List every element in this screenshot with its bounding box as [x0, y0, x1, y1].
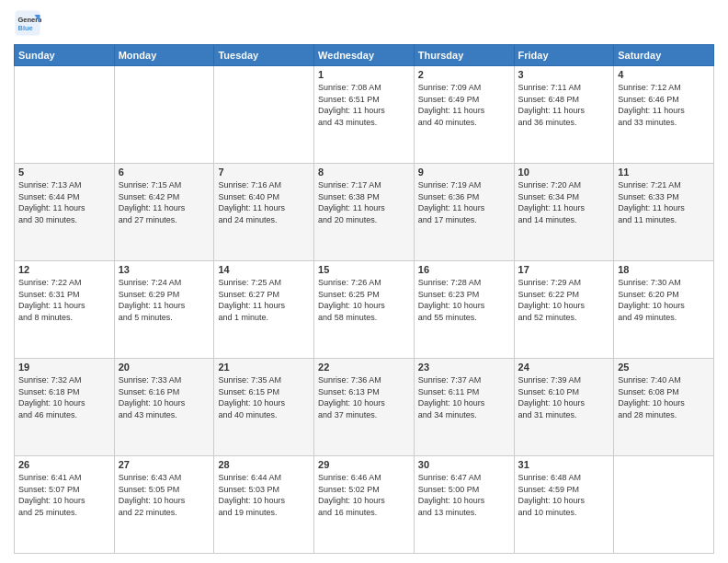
day-number: 9 — [418, 167, 510, 178]
day-number: 31 — [518, 459, 610, 470]
day-number: 7 — [218, 167, 310, 178]
calendar-cell: 10Sunrise: 7:20 AM Sunset: 6:34 PM Dayli… — [514, 164, 614, 261]
day-info: Sunrise: 7:35 AM Sunset: 6:15 PM Dayligh… — [218, 374, 310, 420]
calendar-cell: 22Sunrise: 7:36 AM Sunset: 6:13 PM Dayli… — [314, 359, 415, 456]
day-number: 5 — [18, 167, 110, 178]
day-number: 25 — [618, 362, 710, 373]
logo: General Blue — [14, 9, 45, 37]
day-info: Sunrise: 7:22 AM Sunset: 6:31 PM Dayligh… — [18, 277, 110, 323]
day-info: Sunrise: 7:25 AM Sunset: 6:27 PM Dayligh… — [218, 277, 310, 323]
logo-icon: General Blue — [14, 9, 41, 37]
svg-text:Blue: Blue — [18, 24, 33, 32]
calendar-cell: 2Sunrise: 7:09 AM Sunset: 6:49 PM Daylig… — [414, 66, 514, 164]
day-info: Sunrise: 7:39 AM Sunset: 6:10 PM Dayligh… — [518, 374, 610, 420]
calendar-cell: 23Sunrise: 7:37 AM Sunset: 6:11 PM Dayli… — [414, 359, 514, 456]
calendar-cell: 29Sunrise: 6:46 AM Sunset: 5:02 PM Dayli… — [314, 456, 415, 554]
calendar-cell: 13Sunrise: 7:24 AM Sunset: 6:29 PM Dayli… — [114, 261, 214, 359]
calendar-cell: 28Sunrise: 6:44 AM Sunset: 5:03 PM Dayli… — [214, 456, 314, 554]
calendar-cell: 5Sunrise: 7:13 AM Sunset: 6:44 PM Daylig… — [15, 164, 115, 261]
calendar-cell: 3Sunrise: 7:11 AM Sunset: 6:48 PM Daylig… — [514, 66, 614, 164]
calendar-cell: 6Sunrise: 7:15 AM Sunset: 6:42 PM Daylig… — [114, 164, 214, 261]
day-info: Sunrise: 7:20 AM Sunset: 6:34 PM Dayligh… — [518, 179, 610, 225]
calendar-week-1: 1Sunrise: 7:08 AM Sunset: 6:51 PM Daylig… — [15, 66, 714, 164]
day-info: Sunrise: 7:19 AM Sunset: 6:36 PM Dayligh… — [418, 179, 510, 225]
calendar-cell — [15, 66, 115, 164]
calendar-cell: 4Sunrise: 7:12 AM Sunset: 6:46 PM Daylig… — [614, 66, 714, 164]
day-number: 6 — [119, 167, 210, 178]
weekday-header-sunday: Sunday — [15, 45, 115, 66]
calendar-cell: 21Sunrise: 7:35 AM Sunset: 6:15 PM Dayli… — [214, 359, 314, 456]
day-number: 24 — [518, 362, 610, 373]
calendar-cell: 17Sunrise: 7:29 AM Sunset: 6:22 PM Dayli… — [514, 261, 614, 359]
day-number: 20 — [119, 362, 210, 373]
day-number: 11 — [618, 167, 710, 178]
calendar-cell: 25Sunrise: 7:40 AM Sunset: 6:08 PM Dayli… — [614, 359, 714, 456]
day-number: 2 — [418, 69, 510, 80]
weekday-header-tuesday: Tuesday — [214, 45, 314, 66]
calendar-cell: 20Sunrise: 7:33 AM Sunset: 6:16 PM Dayli… — [114, 359, 214, 456]
day-info: Sunrise: 7:29 AM Sunset: 6:22 PM Dayligh… — [518, 277, 610, 323]
weekday-header-row: SundayMondayTuesdayWednesdayThursdayFrid… — [15, 45, 714, 66]
day-number: 30 — [418, 459, 510, 470]
calendar-cell: 16Sunrise: 7:28 AM Sunset: 6:23 PM Dayli… — [414, 261, 514, 359]
day-info: Sunrise: 6:48 AM Sunset: 4:59 PM Dayligh… — [518, 472, 610, 518]
calendar-cell — [114, 66, 214, 164]
calendar-cell — [214, 66, 314, 164]
day-number: 16 — [418, 264, 510, 275]
day-number: 26 — [18, 459, 110, 470]
day-info: Sunrise: 7:12 AM Sunset: 6:46 PM Dayligh… — [618, 82, 710, 128]
day-info: Sunrise: 6:43 AM Sunset: 5:05 PM Dayligh… — [119, 472, 210, 518]
calendar-week-2: 5Sunrise: 7:13 AM Sunset: 6:44 PM Daylig… — [15, 164, 714, 261]
calendar-week-3: 12Sunrise: 7:22 AM Sunset: 6:31 PM Dayli… — [15, 261, 714, 359]
day-number: 18 — [618, 264, 710, 275]
day-info: Sunrise: 7:36 AM Sunset: 6:13 PM Dayligh… — [318, 374, 410, 420]
day-number: 12 — [18, 264, 110, 275]
day-number: 29 — [318, 459, 410, 470]
day-number: 21 — [218, 362, 310, 373]
day-number: 22 — [318, 362, 410, 373]
calendar-cell: 18Sunrise: 7:30 AM Sunset: 6:20 PM Dayli… — [614, 261, 714, 359]
weekday-header-thursday: Thursday — [414, 45, 514, 66]
day-number: 28 — [218, 459, 310, 470]
day-info: Sunrise: 7:30 AM Sunset: 6:20 PM Dayligh… — [618, 277, 710, 323]
day-number: 23 — [418, 362, 510, 373]
day-number: 15 — [318, 264, 410, 275]
day-info: Sunrise: 7:09 AM Sunset: 6:49 PM Dayligh… — [418, 82, 510, 128]
day-number: 14 — [218, 264, 310, 275]
day-info: Sunrise: 7:28 AM Sunset: 6:23 PM Dayligh… — [418, 277, 510, 323]
day-number: 4 — [618, 69, 710, 80]
day-number: 13 — [119, 264, 210, 275]
day-info: Sunrise: 7:13 AM Sunset: 6:44 PM Dayligh… — [18, 179, 110, 225]
calendar-body: 1Sunrise: 7:08 AM Sunset: 6:51 PM Daylig… — [15, 66, 714, 554]
calendar-cell: 27Sunrise: 6:43 AM Sunset: 5:05 PM Dayli… — [114, 456, 214, 554]
day-number: 17 — [518, 264, 610, 275]
day-info: Sunrise: 6:46 AM Sunset: 5:02 PM Dayligh… — [318, 472, 410, 518]
day-info: Sunrise: 7:40 AM Sunset: 6:08 PM Dayligh… — [618, 374, 710, 420]
day-info: Sunrise: 7:15 AM Sunset: 6:42 PM Dayligh… — [119, 179, 210, 225]
calendar-cell: 1Sunrise: 7:08 AM Sunset: 6:51 PM Daylig… — [314, 66, 415, 164]
day-info: Sunrise: 7:24 AM Sunset: 6:29 PM Dayligh… — [119, 277, 210, 323]
day-info: Sunrise: 6:44 AM Sunset: 5:03 PM Dayligh… — [218, 472, 310, 518]
calendar-cell: 30Sunrise: 6:47 AM Sunset: 5:00 PM Dayli… — [414, 456, 514, 554]
weekday-header-monday: Monday — [114, 45, 214, 66]
calendar-cell: 7Sunrise: 7:16 AM Sunset: 6:40 PM Daylig… — [214, 164, 314, 261]
day-info: Sunrise: 7:37 AM Sunset: 6:11 PM Dayligh… — [418, 374, 510, 420]
day-info: Sunrise: 7:33 AM Sunset: 6:16 PM Dayligh… — [119, 374, 210, 420]
day-number: 19 — [18, 362, 110, 373]
calendar-table: SundayMondayTuesdayWednesdayThursdayFrid… — [14, 44, 714, 554]
day-info: Sunrise: 7:17 AM Sunset: 6:38 PM Dayligh… — [318, 179, 410, 225]
day-number: 1 — [318, 69, 410, 80]
day-info: Sunrise: 7:32 AM Sunset: 6:18 PM Dayligh… — [18, 374, 110, 420]
calendar-cell: 15Sunrise: 7:26 AM Sunset: 6:25 PM Dayli… — [314, 261, 415, 359]
calendar-cell: 12Sunrise: 7:22 AM Sunset: 6:31 PM Dayli… — [15, 261, 115, 359]
weekday-header-friday: Friday — [514, 45, 614, 66]
calendar-cell — [614, 456, 714, 554]
day-info: Sunrise: 7:21 AM Sunset: 6:33 PM Dayligh… — [618, 179, 710, 225]
calendar-cell: 31Sunrise: 6:48 AM Sunset: 4:59 PM Dayli… — [514, 456, 614, 554]
day-info: Sunrise: 7:08 AM Sunset: 6:51 PM Dayligh… — [318, 82, 410, 128]
day-number: 27 — [119, 459, 210, 470]
calendar-cell: 8Sunrise: 7:17 AM Sunset: 6:38 PM Daylig… — [314, 164, 415, 261]
day-info: Sunrise: 6:41 AM Sunset: 5:07 PM Dayligh… — [18, 472, 110, 518]
calendar-cell: 11Sunrise: 7:21 AM Sunset: 6:33 PM Dayli… — [614, 164, 714, 261]
weekday-header-saturday: Saturday — [614, 45, 714, 66]
